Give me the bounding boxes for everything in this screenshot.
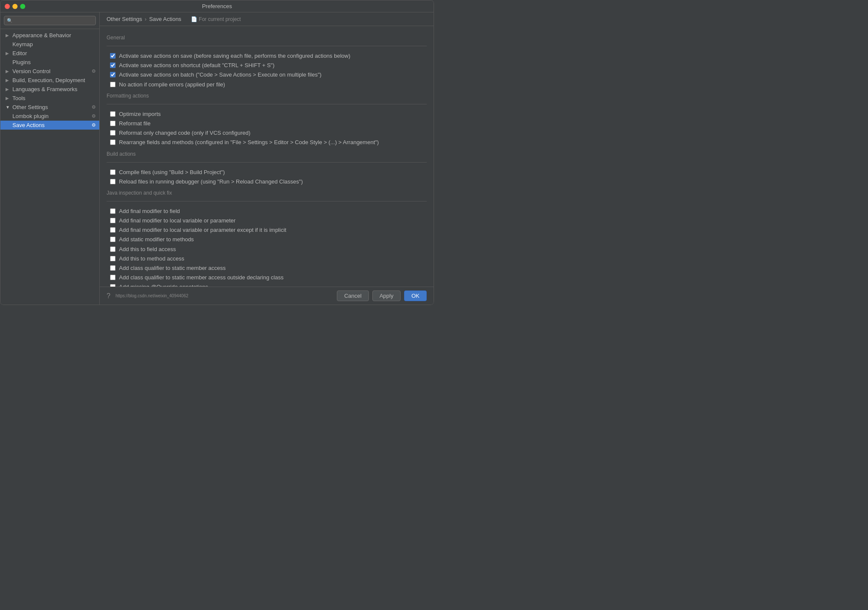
breadcrumb-current: Save Actions	[149, 16, 181, 22]
checkbox-input[interactable]	[110, 82, 116, 87]
checkbox-input[interactable]	[110, 208, 116, 214]
checkbox-label[interactable]: Add class qualifier to static member acc…	[119, 264, 226, 272]
arrow-icon: ▶	[6, 96, 11, 101]
sidebar-item-label: Languages & Frameworks	[12, 86, 77, 92]
sidebar-item-save-actions[interactable]: Save Actions ⚙	[0, 121, 99, 130]
checkbox-add-class-qualifier-outside: Add class qualifier to static member acc…	[110, 273, 427, 282]
breadcrumb: Other Settings › Save Actions 📄 For curr…	[100, 12, 434, 26]
divider	[107, 162, 427, 163]
checkbox-add-this-field: Add this to field access	[110, 245, 427, 254]
search-input[interactable]	[4, 16, 96, 25]
checkbox-label[interactable]: Add missing @Override annotations	[119, 283, 208, 287]
checkbox-input[interactable]	[110, 237, 116, 242]
checkbox-input[interactable]	[110, 130, 116, 136]
help-icon[interactable]: ?	[107, 292, 110, 300]
checkbox-reload-files: Reload files in running debugger (using …	[110, 177, 427, 187]
arrow-icon: ▶	[6, 51, 11, 56]
close-button[interactable]	[5, 4, 10, 9]
url-text: https://blog.csdn.net/weixin_40944062	[116, 293, 188, 298]
sidebar-item-plugins[interactable]: Plugins	[0, 58, 99, 67]
search-icon: 🔍	[7, 18, 13, 24]
checkbox-label[interactable]: Activate save actions on batch ("Code > …	[119, 71, 321, 79]
checkbox-input[interactable]	[110, 53, 116, 59]
right-panel: Other Settings › Save Actions 📄 For curr…	[100, 12, 434, 305]
sidebar-item-label: Keymap	[12, 41, 33, 47]
checkbox-activate-batch: Activate save actions on batch ("Code > …	[110, 70, 427, 80]
checkbox-label[interactable]: Add this to field access	[119, 246, 176, 253]
apply-button[interactable]: Apply	[372, 290, 401, 301]
checkbox-input[interactable]	[110, 179, 116, 184]
sidebar-item-label: Editor	[12, 50, 27, 56]
minimize-button[interactable]	[12, 4, 18, 9]
sidebar-item-build[interactable]: ▶ Build, Execution, Deployment	[0, 76, 99, 85]
sidebar-item-label: Tools	[12, 95, 25, 101]
checkbox-reformat-changed: Reformat only changed code (only if VCS …	[110, 128, 427, 138]
sidebar-item-languages[interactable]: ▶ Languages & Frameworks	[0, 85, 99, 94]
checkbox-label[interactable]: Compile files (using "Build > Build Proj…	[119, 169, 225, 176]
checkbox-input[interactable]	[110, 227, 116, 233]
checkbox-input[interactable]	[110, 256, 116, 261]
checkbox-input[interactable]	[110, 121, 116, 126]
traffic-lights	[5, 4, 25, 9]
checkbox-label[interactable]: Activate save actions on save (before sa…	[119, 52, 351, 60]
sidebar-item-label: Appearance & Behavior	[12, 32, 71, 38]
build-section: Build actions Compile files (using "Buil…	[107, 151, 427, 187]
sidebar-item-version-control[interactable]: ▶ Version Control ⚙	[0, 67, 99, 76]
settings-icon: ⚙	[92, 113, 96, 119]
project-label: For current project	[199, 16, 241, 22]
checkbox-label[interactable]: Add class qualifier to static member acc…	[119, 274, 283, 281]
main-content: 🔍 ▶ Appearance & Behavior Keymap ▶ Edito…	[0, 12, 434, 305]
checkbox-label[interactable]: Add this to method access	[119, 255, 184, 263]
checkbox-add-this-method: Add this to method access	[110, 254, 427, 264]
sidebar-item-tools[interactable]: ▶ Tools	[0, 94, 99, 103]
general-section: General Activate save actions on save (b…	[107, 35, 427, 89]
checkbox-input[interactable]	[110, 218, 116, 223]
sidebar-item-appearance[interactable]: ▶ Appearance & Behavior	[0, 31, 99, 40]
checkbox-input[interactable]	[110, 111, 116, 117]
checkbox-input[interactable]	[110, 139, 116, 145]
checkbox-label[interactable]: Add final modifier to local variable or …	[119, 217, 235, 225]
arrow-icon: ▶	[6, 33, 11, 38]
sidebar-item-label: Version Control	[12, 68, 51, 74]
checkbox-input[interactable]	[110, 169, 116, 175]
checkbox-label[interactable]: Activate save actions on shortcut (defau…	[119, 62, 274, 69]
sidebar-item-other-settings[interactable]: ▼ Other Settings ⚙	[0, 103, 99, 112]
checkbox-label[interactable]: No action if compile errors (applied per…	[119, 81, 225, 89]
sidebar-item-keymap[interactable]: Keymap	[0, 40, 99, 49]
checkbox-add-final-local: Add final modifier to local variable or …	[110, 216, 427, 225]
checkbox-label[interactable]: Add static modifier to methods	[119, 236, 194, 243]
ok-button[interactable]: OK	[404, 290, 427, 301]
window-title: Preferences	[202, 3, 232, 9]
checkbox-label[interactable]: Reformat only changed code (only if VCS …	[119, 129, 250, 137]
checkbox-label[interactable]: Add final modifier to field	[119, 207, 180, 215]
divider	[107, 104, 427, 104]
checkbox-label[interactable]: Add final modifier to local variable or …	[119, 226, 286, 234]
checkbox-rearrange-fields: Rearrange fields and methods (configured…	[110, 138, 427, 147]
arrow-icon: ▶	[6, 87, 11, 92]
checkbox-input[interactable]	[110, 275, 116, 280]
checkbox-add-final-local-except: Add final modifier to local variable or …	[110, 225, 427, 235]
checkbox-label[interactable]: Rearrange fields and methods (configured…	[119, 139, 379, 146]
checkbox-input[interactable]	[110, 72, 116, 77]
divider	[107, 46, 427, 46]
java-inspection-section: Java inspection and quick fix Add final …	[107, 190, 427, 287]
checkbox-label[interactable]: Optimize imports	[119, 110, 161, 118]
checkbox-input[interactable]	[110, 265, 116, 271]
sidebar-item-editor[interactable]: ▶ Editor	[0, 49, 99, 58]
checkbox-input[interactable]	[110, 246, 116, 252]
checkbox-label[interactable]: Reformat file	[119, 120, 151, 127]
content-area: General Activate save actions on save (b…	[100, 26, 434, 287]
maximize-button[interactable]	[20, 4, 25, 9]
button-row: Cancel Apply OK	[337, 290, 427, 301]
checkbox-input[interactable]	[110, 62, 116, 68]
sidebar: 🔍 ▶ Appearance & Behavior Keymap ▶ Edito…	[0, 12, 100, 305]
project-icon: 📄	[191, 16, 197, 22]
checkbox-no-action-compile: No action if compile errors (applied per…	[110, 80, 427, 89]
sidebar-item-lombok[interactable]: Lombok plugin ⚙	[0, 112, 99, 121]
cancel-button[interactable]: Cancel	[337, 290, 369, 301]
general-title: General	[107, 35, 427, 41]
checkbox-label[interactable]: Reload files in running debugger (using …	[119, 178, 303, 186]
checkbox-compile-files: Compile files (using "Build > Build Proj…	[110, 168, 427, 177]
bottom-bar: ? https://blog.csdn.net/weixin_40944062 …	[100, 287, 434, 305]
sidebar-item-label: Save Actions	[12, 122, 45, 128]
